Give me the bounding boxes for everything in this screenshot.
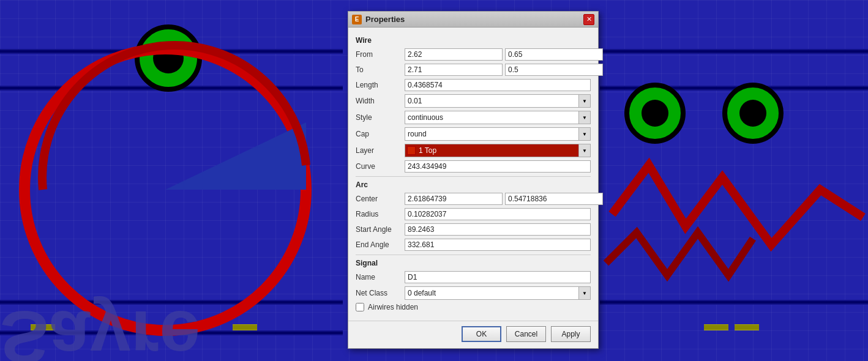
airwires-label: Airwires hidden <box>368 303 418 311</box>
from-y-input[interactable] <box>505 48 603 61</box>
net-class-select-wrapper: 0 default 1 Power 2 Signal ▼ <box>405 286 591 300</box>
curve-label: Curve <box>356 162 405 171</box>
to-row: To <box>356 64 591 76</box>
name-row: Name <box>356 271 591 283</box>
center-label: Center <box>356 195 405 203</box>
width-row: Width 0.01 0.05 0.1 0.2 ▼ <box>356 94 591 108</box>
net-class-row: Net Class 0 default 1 Power 2 Signal ▼ <box>356 286 591 300</box>
pacman-shape <box>6 12 349 355</box>
properties-dialog: E Properties ✕ Wire From To Length <box>348 11 599 349</box>
net-class-label: Net Class <box>356 289 405 297</box>
dialog-icon: E <box>352 15 362 24</box>
start-angle-row: Start Angle <box>356 223 591 236</box>
close-button[interactable]: ✕ <box>583 14 594 25</box>
ok-button[interactable]: OK <box>462 326 501 342</box>
width-select-wrapper: 0.01 0.05 0.1 0.2 ▼ <box>405 94 591 108</box>
airwires-row: Airwires hidden <box>356 303 591 311</box>
width-label: Width <box>356 97 405 105</box>
divider-2 <box>356 255 591 255</box>
from-label: From <box>356 50 405 59</box>
style-select[interactable]: continuous longdash shortdash dashdot <box>405 111 591 124</box>
to-label: To <box>356 65 405 74</box>
curve-row: Curve <box>356 160 591 173</box>
dialog-title-left: E Properties <box>352 15 405 24</box>
cap-select-wrapper: round flat square ▼ <box>405 127 591 141</box>
from-row: From <box>356 48 591 61</box>
start-angle-label: Start Angle <box>356 225 405 234</box>
net-class-select[interactable]: 0 default 1 Power 2 Signal <box>405 286 591 300</box>
end-angle-label: End Angle <box>356 240 405 249</box>
cap-row: Cap round flat square ▼ <box>356 127 591 141</box>
radius-row: Radius <box>356 208 591 220</box>
right-decoration <box>600 0 868 361</box>
center-x-input[interactable] <box>405 193 503 205</box>
apply-button[interactable]: Apply <box>551 326 591 342</box>
cap-select[interactable]: round flat square <box>405 127 591 141</box>
style-select-wrapper: continuous longdash shortdash dashdot ▼ <box>405 111 591 124</box>
center-row: Center <box>356 193 591 205</box>
to-y-input[interactable] <box>505 64 603 76</box>
to-inputs <box>405 64 603 76</box>
airwires-checkbox[interactable] <box>356 303 364 311</box>
radius-input[interactable] <box>405 208 591 220</box>
end-angle-row: End Angle <box>356 239 591 251</box>
dialog-footer: OK Cancel Apply <box>348 321 598 348</box>
dialog-title: Properties <box>365 15 405 24</box>
wire-section-title: Wire <box>356 36 591 45</box>
length-row: Length <box>356 79 591 91</box>
layer-label: Layer <box>356 146 405 155</box>
signal-section-title: Signal <box>356 259 591 267</box>
to-x-input[interactable] <box>405 64 503 76</box>
radius-label: Radius <box>356 210 405 218</box>
arc-section-title: Arc <box>356 180 591 189</box>
start-angle-input[interactable] <box>405 223 591 236</box>
name-input[interactable] <box>405 271 591 283</box>
width-select[interactable]: 0.01 0.05 0.1 0.2 <box>405 94 591 108</box>
dialog-body: Wire From To Length Width 0.01 <box>348 28 598 321</box>
end-angle-input[interactable] <box>405 239 591 251</box>
dialog-titlebar: E Properties ✕ <box>348 12 598 28</box>
curve-input[interactable] <box>405 160 591 173</box>
style-row: Style continuous longdash shortdash dash… <box>356 111 591 124</box>
center-inputs <box>405 193 603 205</box>
layer-select[interactable]: 1 Top 2 Route2 16 Bottom <box>405 144 591 157</box>
divider-1 <box>356 176 591 177</box>
layer-select-wrapper: 1 Top 2 Route2 16 Bottom ▼ <box>405 144 591 157</box>
length-label: Length <box>356 81 405 89</box>
cap-label: Cap <box>356 130 405 138</box>
layer-row: Layer 1 Top 2 Route2 16 Bottom ▼ <box>356 144 591 157</box>
length-input[interactable] <box>405 79 591 91</box>
from-x-input[interactable] <box>405 48 503 61</box>
style-label: Style <box>356 113 405 122</box>
from-inputs <box>405 48 603 61</box>
svg-marker-1 <box>165 122 306 190</box>
cancel-button[interactable]: Cancel <box>506 326 546 342</box>
name-label: Name <box>356 273 405 281</box>
center-y-input[interactable] <box>505 193 603 205</box>
